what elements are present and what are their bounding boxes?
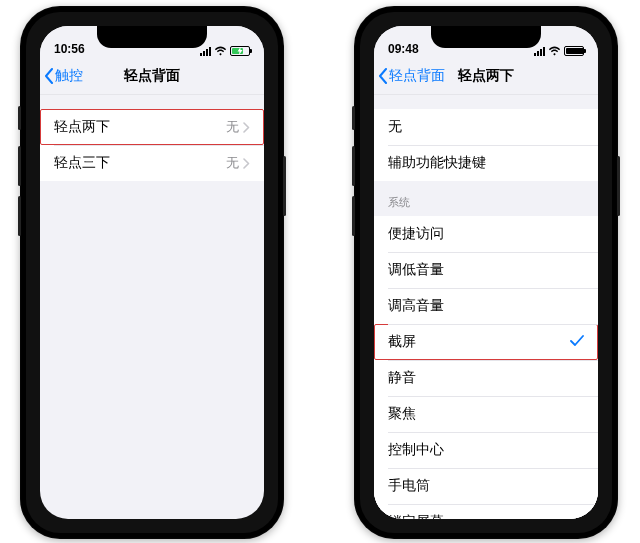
option-row[interactable]: 静音 xyxy=(374,360,598,396)
row-label: 聚焦 xyxy=(388,405,416,423)
option-row[interactable]: 调高音量 xyxy=(374,288,598,324)
row-value: 无 xyxy=(226,118,239,136)
row-label: 静音 xyxy=(388,369,416,387)
option-row[interactable]: 截屏 xyxy=(374,324,598,360)
back-button[interactable]: 触控 xyxy=(44,67,83,85)
nav-bar: 轻点背面 轻点两下 xyxy=(374,58,598,95)
chevron-left-icon xyxy=(44,68,54,84)
option-accessibility-shortcut[interactable]: 辅助功能快捷键 xyxy=(374,145,598,181)
signal-icon xyxy=(534,46,545,56)
option-row[interactable]: 调低音量 xyxy=(374,252,598,288)
row-label: 调高音量 xyxy=(388,297,444,315)
side-button xyxy=(352,146,355,186)
back-label: 触控 xyxy=(55,67,83,85)
row-double-tap[interactable]: 轻点两下 无 xyxy=(40,109,264,145)
screen-right: 09:48 xyxy=(374,26,598,519)
wifi-icon xyxy=(214,46,227,56)
group-header-system: 系统 xyxy=(374,181,598,216)
battery-icon xyxy=(564,46,584,56)
row-label: 锁定屏幕 xyxy=(388,513,444,519)
side-button xyxy=(352,196,355,236)
row-label: 便捷访问 xyxy=(388,225,444,243)
notch xyxy=(97,26,207,48)
page-title: 轻点两下 xyxy=(458,67,514,85)
side-button xyxy=(617,156,620,216)
option-none[interactable]: 无 xyxy=(374,109,598,145)
settings-list: 轻点两下 无 轻点三下 无 xyxy=(40,109,264,181)
row-label: 轻点三下 xyxy=(54,154,110,172)
wifi-icon xyxy=(548,46,561,56)
side-button xyxy=(18,106,21,130)
side-button xyxy=(18,196,21,236)
settings-list: 无 辅助功能快捷键 系统 便捷访问调低音量调高音量截屏静音聚焦控制中心手电筒锁定… xyxy=(374,109,598,519)
row-value: 无 xyxy=(226,154,239,172)
status-time: 10:56 xyxy=(54,42,85,56)
check-icon xyxy=(570,334,584,350)
page-title: 轻点背面 xyxy=(124,67,180,85)
phone-right: 09:48 xyxy=(354,6,618,539)
option-row[interactable]: 聚焦 xyxy=(374,396,598,432)
row-triple-tap[interactable]: 轻点三下 无 xyxy=(40,145,264,181)
side-button xyxy=(18,146,21,186)
side-button xyxy=(283,156,286,216)
option-row[interactable]: 便捷访问 xyxy=(374,216,598,252)
option-row[interactable]: 手电筒 xyxy=(374,468,598,504)
status-time: 09:48 xyxy=(388,42,419,56)
nav-bar: 触控 轻点背面 xyxy=(40,58,264,95)
option-row[interactable]: 控制中心 xyxy=(374,432,598,468)
screen-left: 10:56 xyxy=(40,26,264,519)
row-label: 辅助功能快捷键 xyxy=(388,154,486,172)
phone-left: 10:56 xyxy=(20,6,284,539)
row-label: 控制中心 xyxy=(388,441,444,459)
row-label: 无 xyxy=(388,118,402,136)
chevron-left-icon xyxy=(378,68,388,84)
side-button xyxy=(352,106,355,130)
signal-icon xyxy=(200,46,211,56)
back-button[interactable]: 轻点背面 xyxy=(378,67,445,85)
battery-icon xyxy=(230,46,250,56)
row-label: 截屏 xyxy=(388,333,416,351)
row-label: 轻点两下 xyxy=(54,118,110,136)
chevron-right-icon xyxy=(243,158,250,169)
chevron-right-icon xyxy=(243,122,250,133)
row-label: 调低音量 xyxy=(388,261,444,279)
row-label: 手电筒 xyxy=(388,477,430,495)
notch xyxy=(431,26,541,48)
back-label: 轻点背面 xyxy=(389,67,445,85)
option-row[interactable]: 锁定屏幕 xyxy=(374,504,598,519)
